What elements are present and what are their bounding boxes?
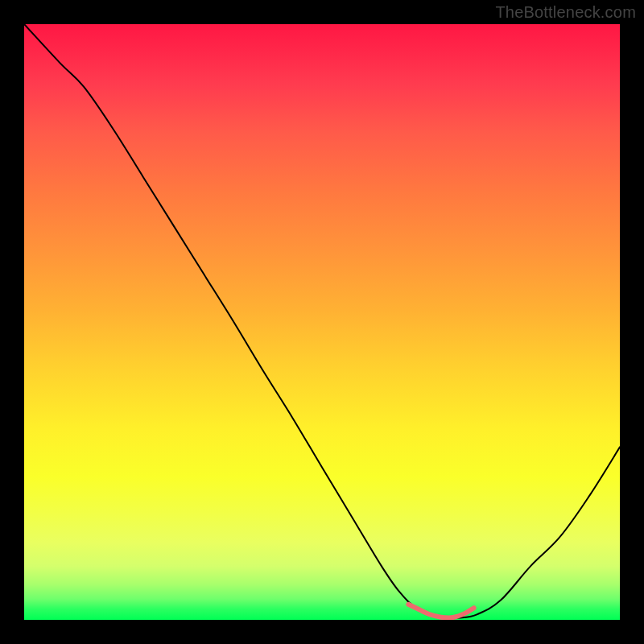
plot-gradient-background bbox=[24, 24, 620, 620]
chart-container: TheBottleneck.com bbox=[0, 0, 644, 644]
watermark-text: TheBottleneck.com bbox=[495, 3, 636, 22]
